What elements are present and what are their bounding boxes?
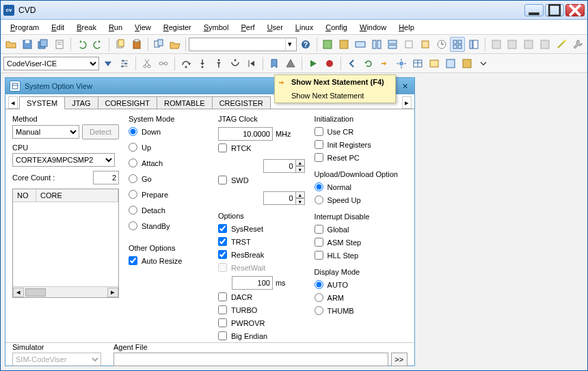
speedup-radio[interactable]: Speed Up	[315, 195, 407, 204]
script-icon[interactable]	[52, 37, 67, 52]
menu-help[interactable]: Help	[393, 22, 420, 33]
link-icon[interactable]	[156, 56, 171, 71]
module-icon-3[interactable]	[353, 37, 368, 52]
menu-view[interactable]: View	[129, 22, 157, 33]
swd-value[interactable]	[263, 191, 296, 205]
module-icon-6[interactable]	[401, 37, 416, 52]
auto-resize-check[interactable]: Auto Resize	[129, 256, 209, 265]
tab-scroll-right[interactable]: ▸	[402, 96, 412, 109]
table-icon[interactable]	[410, 56, 425, 71]
refresh-icon[interactable]	[361, 56, 376, 71]
hscrollbar[interactable]: ◂▸	[13, 286, 118, 297]
menu-perf[interactable]: Perf	[235, 22, 260, 33]
sysmode-attach-radio[interactable]: Attach	[129, 159, 209, 167]
grid-icon[interactable]	[450, 37, 465, 52]
device-combo[interactable]: CodeViser-ICE	[3, 57, 99, 70]
folder-open-icon[interactable]	[168, 37, 183, 52]
tab-jtag[interactable]: JTAG	[64, 96, 98, 109]
jtag-clock-input[interactable]	[218, 127, 273, 141]
bigendian-check[interactable]: Big Endian	[218, 331, 305, 340]
step-out-icon[interactable]	[211, 56, 226, 71]
gray-icon-4[interactable]	[537, 37, 552, 52]
show-next-stmt-icon[interactable]	[377, 56, 392, 71]
rtck-value[interactable]	[263, 159, 296, 173]
tune-icon[interactable]	[117, 56, 132, 71]
module-icon-5[interactable]	[386, 37, 401, 52]
normal-radio[interactable]: Normal	[315, 182, 407, 191]
run-icon[interactable]	[306, 56, 321, 71]
columns-icon[interactable]	[466, 37, 481, 52]
clock-icon[interactable]	[434, 37, 449, 52]
resetwait-value[interactable]	[232, 276, 273, 290]
module-icon-2[interactable]	[336, 37, 351, 52]
down-arrow-icon[interactable]	[101, 56, 116, 71]
usecr-check[interactable]: Use CR	[315, 127, 407, 136]
trst-check[interactable]: TRST	[218, 237, 305, 246]
bookmark-icon[interactable]	[267, 56, 282, 71]
initreg-check[interactable]: Init Registers	[315, 140, 407, 149]
gray-icon-3[interactable]	[521, 37, 536, 52]
help-icon[interactable]: ?	[298, 37, 313, 52]
step-icon-5[interactable]	[244, 56, 259, 71]
wrench-icon[interactable]	[570, 37, 585, 52]
menu-program[interactable]: Program	[5, 22, 44, 33]
cpu-select[interactable]: CORTEXA9MPCSMP2	[12, 153, 115, 167]
global-check[interactable]: Global	[315, 225, 407, 234]
swd-spin-up[interactable]: ▲	[295, 191, 305, 198]
module-icon-7[interactable]	[418, 37, 433, 52]
menu-window[interactable]: Window	[354, 22, 392, 33]
cut-icon[interactable]	[139, 56, 155, 71]
windows-icon[interactable]	[152, 37, 167, 52]
menu-break[interactable]: Break	[71, 22, 102, 33]
tab-system[interactable]: SYSTEM	[19, 96, 65, 109]
module-icon-1[interactable]	[321, 37, 336, 52]
gray-icon-2[interactable]	[505, 37, 520, 52]
resbreak-check[interactable]: ResBreak	[218, 250, 305, 259]
sysmode-up-radio[interactable]: Up	[129, 143, 209, 152]
combo-empty[interactable]: ▾	[189, 38, 297, 51]
core-table[interactable]: NO CORE ◂▸	[12, 189, 119, 298]
copy-icon[interactable]	[113, 37, 128, 52]
menu-run[interactable]: Run	[103, 22, 128, 33]
module-icon-4[interactable]	[369, 37, 384, 52]
agent-go-button[interactable]: >>	[391, 353, 407, 366]
menu-symbol[interactable]: Symbol	[198, 22, 235, 33]
detect-button[interactable]: Detect	[82, 124, 119, 139]
rtck-spin-up[interactable]: ▲	[295, 159, 305, 166]
tool-icon-a[interactable]	[443, 56, 458, 71]
hllstep-check[interactable]: HLL Step	[315, 251, 407, 260]
list-icon[interactable]	[427, 56, 442, 71]
tool-icon-b[interactable]	[459, 56, 475, 71]
dispmode-thumb-radio[interactable]: THUMB	[315, 306, 407, 315]
step-over-icon[interactable]	[178, 56, 193, 71]
save-icon[interactable]	[20, 37, 35, 52]
method-select[interactable]: Manual	[12, 125, 79, 139]
resetpc-check[interactable]: Reset PC	[315, 153, 407, 162]
chevron-down-icon[interactable]	[476, 56, 491, 71]
dacr-check[interactable]: DACR	[218, 292, 305, 301]
panel-close-icon[interactable]: ✕	[399, 81, 410, 92]
stop-icon[interactable]	[322, 56, 337, 71]
sysmode-go-radio[interactable]: Go	[129, 174, 209, 183]
menu-config[interactable]: Config	[320, 22, 353, 33]
menu-edit[interactable]: Edit	[46, 22, 70, 33]
step-icon-4[interactable]	[228, 56, 243, 71]
minimize-button[interactable]	[524, 4, 544, 16]
agent-file-input[interactable]	[113, 353, 388, 366]
sysmode-standby-radio[interactable]: StandBy	[129, 221, 209, 230]
close-button[interactable]	[565, 4, 585, 16]
dispmode-auto-radio[interactable]: AUTO	[315, 280, 407, 289]
menu-linux[interactable]: Linux	[290, 22, 319, 33]
gray-icon-1[interactable]	[489, 37, 504, 52]
paste-icon[interactable]	[129, 37, 144, 52]
nav-back-icon[interactable]	[345, 56, 360, 71]
maximize-button[interactable]	[545, 4, 564, 16]
simulator-select[interactable]: SIM-CodeViser	[12, 353, 101, 366]
menu-register[interactable]: Register	[158, 22, 197, 33]
open-icon[interactable]	[3, 37, 18, 52]
swd-check[interactable]: SWD	[218, 176, 249, 184]
gear-icon[interactable]	[394, 56, 409, 71]
warning-icon[interactable]	[283, 56, 298, 71]
dispmode-arm-radio[interactable]: ARM	[315, 293, 407, 302]
pwrovr-check[interactable]: PWROVR	[218, 318, 305, 327]
